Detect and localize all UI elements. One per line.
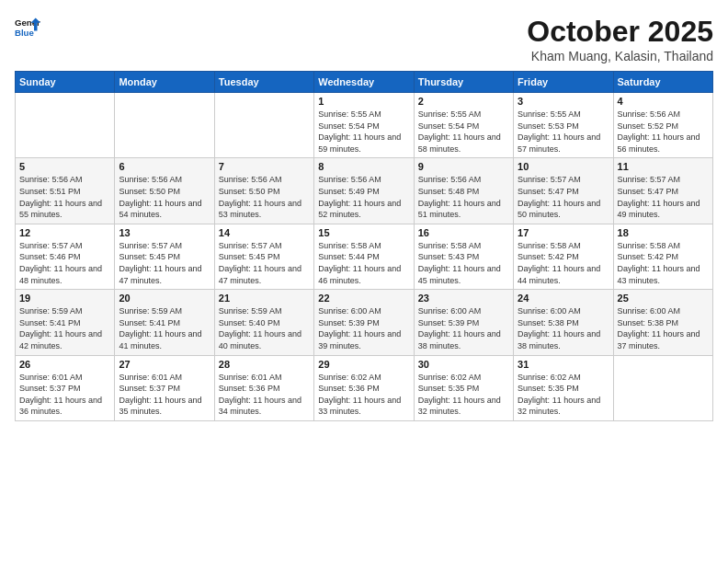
- calendar-cell: 26Sunrise: 6:01 AMSunset: 5:37 PMDayligh…: [16, 355, 115, 420]
- calendar-cell: 2Sunrise: 5:55 AMSunset: 5:54 PMDaylight…: [414, 93, 513, 158]
- weekday-header-sunday: Sunday: [16, 72, 115, 93]
- svg-text:Blue: Blue: [15, 28, 34, 38]
- calendar-cell: [613, 355, 712, 420]
- calendar-week-4: 19Sunrise: 5:59 AMSunset: 5:41 PMDayligh…: [16, 290, 713, 355]
- day-info: Sunrise: 5:58 AMSunset: 5:42 PMDaylight:…: [518, 240, 609, 286]
- calendar-cell: 8Sunrise: 5:56 AMSunset: 5:49 PMDaylight…: [314, 158, 414, 224]
- calendar-cell: 9Sunrise: 5:56 AMSunset: 5:48 PMDaylight…: [414, 158, 513, 224]
- calendar-cell: 18Sunrise: 5:58 AMSunset: 5:42 PMDayligh…: [613, 224, 712, 289]
- day-info: Sunrise: 6:00 AMSunset: 5:38 PMDaylight:…: [618, 305, 709, 351]
- calendar-cell: 28Sunrise: 6:01 AMSunset: 5:36 PMDayligh…: [214, 355, 313, 420]
- day-number: 1: [318, 96, 409, 107]
- day-number: 12: [19, 227, 110, 238]
- calendar-cell: 6Sunrise: 5:56 AMSunset: 5:50 PMDaylight…: [115, 158, 214, 224]
- calendar-table: SundayMondayTuesdayWednesdayThursdayFrid…: [15, 71, 713, 421]
- month-title: October 2025: [527, 15, 713, 49]
- calendar-cell: [115, 93, 214, 158]
- day-info: Sunrise: 5:57 AMSunset: 5:47 PMDaylight:…: [518, 174, 609, 220]
- calendar-cell: 13Sunrise: 5:57 AMSunset: 5:45 PMDayligh…: [115, 224, 214, 289]
- day-number: 17: [518, 227, 609, 238]
- day-info: Sunrise: 5:55 AMSunset: 5:53 PMDaylight:…: [518, 109, 609, 155]
- day-info: Sunrise: 5:58 AMSunset: 5:42 PMDaylight:…: [618, 240, 709, 286]
- weekday-header-tuesday: Tuesday: [214, 72, 313, 93]
- day-info: Sunrise: 5:56 AMSunset: 5:49 PMDaylight:…: [318, 174, 409, 220]
- day-info: Sunrise: 6:02 AMSunset: 5:35 PMDaylight:…: [418, 372, 509, 418]
- calendar-cell: 17Sunrise: 5:58 AMSunset: 5:42 PMDayligh…: [514, 224, 613, 289]
- weekday-header-monday: Monday: [115, 72, 214, 93]
- day-number: 26: [19, 359, 110, 370]
- calendar-cell: 30Sunrise: 6:02 AMSunset: 5:35 PMDayligh…: [414, 355, 513, 420]
- title-area: October 2025 Kham Muang, Kalasin, Thaila…: [527, 15, 713, 63]
- header: General Blue October 2025 Kham Muang, Ka…: [15, 15, 713, 63]
- calendar-cell: 22Sunrise: 6:00 AMSunset: 5:39 PMDayligh…: [314, 290, 414, 355]
- day-info: Sunrise: 5:57 AMSunset: 5:46 PMDaylight:…: [19, 240, 110, 286]
- day-number: 4: [618, 96, 709, 107]
- day-info: Sunrise: 6:01 AMSunset: 5:37 PMDaylight:…: [119, 372, 210, 418]
- day-info: Sunrise: 5:55 AMSunset: 5:54 PMDaylight:…: [318, 109, 409, 155]
- weekday-header-thursday: Thursday: [414, 72, 513, 93]
- day-info: Sunrise: 5:59 AMSunset: 5:41 PMDaylight:…: [19, 305, 110, 351]
- day-number: 11: [618, 161, 709, 172]
- weekday-header-friday: Friday: [514, 72, 613, 93]
- day-number: 8: [318, 161, 409, 172]
- calendar-cell: 7Sunrise: 5:56 AMSunset: 5:50 PMDaylight…: [214, 158, 313, 224]
- calendar-cell: 31Sunrise: 6:02 AMSunset: 5:35 PMDayligh…: [514, 355, 613, 420]
- day-number: 15: [318, 227, 409, 238]
- day-number: 10: [518, 161, 609, 172]
- calendar-cell: 4Sunrise: 5:56 AMSunset: 5:52 PMDaylight…: [613, 93, 712, 158]
- calendar-cell: [214, 93, 313, 158]
- day-info: Sunrise: 5:58 AMSunset: 5:44 PMDaylight:…: [318, 240, 409, 286]
- day-info: Sunrise: 6:00 AMSunset: 5:39 PMDaylight:…: [318, 305, 409, 351]
- day-info: Sunrise: 6:01 AMSunset: 5:37 PMDaylight:…: [19, 372, 110, 418]
- day-info: Sunrise: 5:56 AMSunset: 5:52 PMDaylight:…: [618, 109, 709, 155]
- calendar-cell: 11Sunrise: 5:57 AMSunset: 5:47 PMDayligh…: [613, 158, 712, 224]
- day-info: Sunrise: 5:57 AMSunset: 5:47 PMDaylight:…: [618, 174, 709, 220]
- day-info: Sunrise: 6:00 AMSunset: 5:39 PMDaylight:…: [418, 305, 509, 351]
- calendar-cell: 10Sunrise: 5:57 AMSunset: 5:47 PMDayligh…: [514, 158, 613, 224]
- weekday-header-saturday: Saturday: [613, 72, 712, 93]
- day-info: Sunrise: 5:59 AMSunset: 5:40 PMDaylight:…: [219, 305, 310, 351]
- day-number: 25: [618, 293, 709, 304]
- day-number: 24: [518, 293, 609, 304]
- day-number: 3: [518, 96, 609, 107]
- day-info: Sunrise: 5:56 AMSunset: 5:50 PMDaylight:…: [219, 174, 310, 220]
- calendar-cell: 5Sunrise: 5:56 AMSunset: 5:51 PMDaylight…: [16, 158, 115, 224]
- day-number: 6: [119, 161, 210, 172]
- day-info: Sunrise: 5:57 AMSunset: 5:45 PMDaylight:…: [219, 240, 310, 286]
- day-info: Sunrise: 5:59 AMSunset: 5:41 PMDaylight:…: [119, 305, 210, 351]
- day-number: 22: [318, 293, 409, 304]
- calendar-cell: 27Sunrise: 6:01 AMSunset: 5:37 PMDayligh…: [115, 355, 214, 420]
- calendar-week-3: 12Sunrise: 5:57 AMSunset: 5:46 PMDayligh…: [16, 224, 713, 289]
- calendar-cell: 15Sunrise: 5:58 AMSunset: 5:44 PMDayligh…: [314, 224, 414, 289]
- day-number: 27: [119, 359, 210, 370]
- day-number: 14: [219, 227, 310, 238]
- day-number: 20: [119, 293, 210, 304]
- day-number: 28: [219, 359, 310, 370]
- calendar-cell: 12Sunrise: 5:57 AMSunset: 5:46 PMDayligh…: [16, 224, 115, 289]
- calendar-cell: 16Sunrise: 5:58 AMSunset: 5:43 PMDayligh…: [414, 224, 513, 289]
- calendar-cell: 3Sunrise: 5:55 AMSunset: 5:53 PMDaylight…: [514, 93, 613, 158]
- day-number: 18: [618, 227, 709, 238]
- calendar-cell: [16, 93, 115, 158]
- day-number: 21: [219, 293, 310, 304]
- calendar-week-1: 1Sunrise: 5:55 AMSunset: 5:54 PMDaylight…: [16, 93, 713, 158]
- calendar-cell: 21Sunrise: 5:59 AMSunset: 5:40 PMDayligh…: [214, 290, 313, 355]
- calendar-cell: 1Sunrise: 5:55 AMSunset: 5:54 PMDaylight…: [314, 93, 414, 158]
- calendar-header-row: SundayMondayTuesdayWednesdayThursdayFrid…: [16, 72, 713, 93]
- day-number: 29: [318, 359, 409, 370]
- day-info: Sunrise: 5:55 AMSunset: 5:54 PMDaylight:…: [418, 109, 509, 155]
- calendar-cell: 24Sunrise: 6:00 AMSunset: 5:38 PMDayligh…: [514, 290, 613, 355]
- day-number: 31: [518, 359, 609, 370]
- day-number: 16: [418, 227, 509, 238]
- day-number: 19: [19, 293, 110, 304]
- day-number: 9: [418, 161, 509, 172]
- day-info: Sunrise: 6:02 AMSunset: 5:35 PMDaylight:…: [518, 372, 609, 418]
- day-info: Sunrise: 5:58 AMSunset: 5:43 PMDaylight:…: [418, 240, 509, 286]
- day-info: Sunrise: 5:56 AMSunset: 5:50 PMDaylight:…: [119, 174, 210, 220]
- day-number: 23: [418, 293, 509, 304]
- calendar-week-2: 5Sunrise: 5:56 AMSunset: 5:51 PMDaylight…: [16, 158, 713, 224]
- day-number: 7: [219, 161, 310, 172]
- calendar-cell: 19Sunrise: 5:59 AMSunset: 5:41 PMDayligh…: [16, 290, 115, 355]
- calendar-cell: 25Sunrise: 6:00 AMSunset: 5:38 PMDayligh…: [613, 290, 712, 355]
- day-info: Sunrise: 5:56 AMSunset: 5:51 PMDaylight:…: [19, 174, 110, 220]
